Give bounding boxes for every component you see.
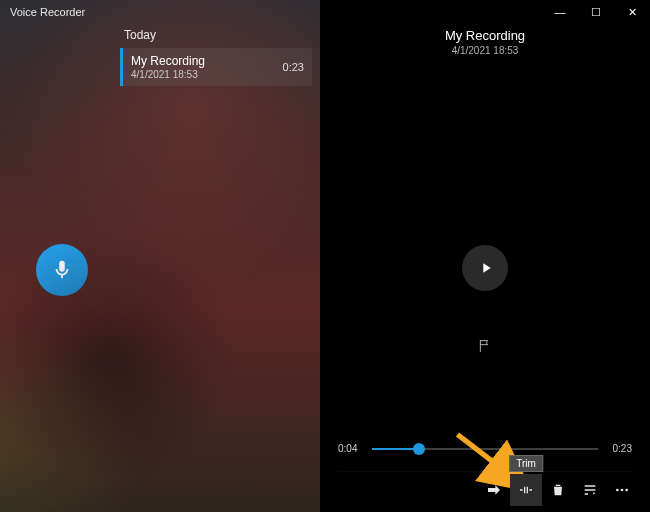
svg-line-0 bbox=[458, 435, 517, 480]
rename-icon bbox=[582, 482, 598, 498]
microphone-icon bbox=[51, 259, 73, 281]
record-button[interactable] bbox=[36, 244, 88, 296]
detail-title: My Recording bbox=[320, 28, 650, 43]
trash-icon bbox=[550, 482, 566, 498]
svg-point-1 bbox=[616, 489, 619, 492]
delete-button[interactable] bbox=[542, 474, 574, 506]
timeline-track[interactable] bbox=[372, 448, 598, 450]
flag-icon bbox=[477, 338, 493, 354]
trim-icon bbox=[518, 482, 534, 498]
minimize-icon: — bbox=[555, 6, 566, 18]
trim-tooltip: Trim bbox=[509, 455, 543, 472]
list-section-header: Today bbox=[120, 28, 320, 42]
detail-subtitle: 4/1/2021 18:53 bbox=[320, 45, 650, 56]
more-button[interactable] bbox=[606, 474, 638, 506]
play-button[interactable] bbox=[462, 245, 508, 291]
recording-item-duration: 0:23 bbox=[283, 61, 304, 73]
timeline-knob[interactable] bbox=[413, 443, 425, 455]
share-button[interactable] bbox=[478, 474, 510, 506]
window-close-button[interactable]: ✕ bbox=[614, 0, 650, 24]
share-icon bbox=[486, 482, 502, 498]
window-maximize-button[interactable]: ☐ bbox=[578, 0, 614, 24]
window-minimize-button[interactable]: — bbox=[542, 0, 578, 24]
play-icon bbox=[478, 260, 494, 276]
add-marker-button[interactable] bbox=[477, 338, 493, 354]
more-icon bbox=[614, 482, 630, 498]
app-title: Voice Recorder bbox=[10, 6, 85, 18]
close-icon: ✕ bbox=[628, 6, 637, 19]
recording-list-item[interactable]: My Recording 4/1/2021 18:53 0:23 bbox=[120, 48, 312, 86]
maximize-icon: ☐ bbox=[591, 6, 601, 19]
rename-button[interactable] bbox=[574, 474, 606, 506]
trim-button[interactable]: Trim bbox=[510, 474, 542, 506]
svg-point-3 bbox=[625, 489, 628, 492]
recording-item-subtitle: 4/1/2021 18:53 bbox=[131, 69, 302, 80]
svg-point-2 bbox=[621, 489, 624, 492]
timeline-fill bbox=[372, 448, 419, 450]
divider bbox=[338, 471, 632, 472]
timeline-end-time: 0:23 bbox=[604, 443, 632, 454]
timeline-start-time: 0:04 bbox=[338, 443, 366, 454]
recording-item-title: My Recording bbox=[131, 54, 302, 68]
